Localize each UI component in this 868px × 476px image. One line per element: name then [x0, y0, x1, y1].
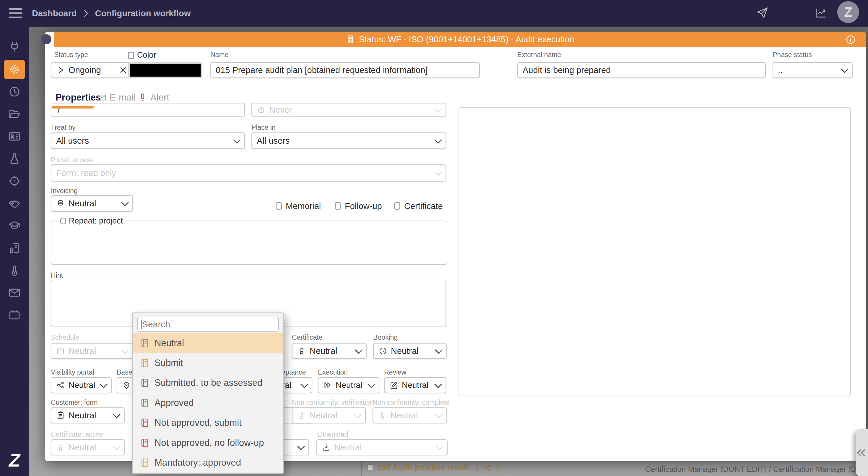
chevron-down-icon: [233, 136, 241, 143]
download-select[interactable]: Neutral: [316, 439, 447, 455]
settings-icon: [8, 63, 21, 76]
dialog-drag-handle[interactable]: [41, 34, 52, 44]
certificate-icon: [8, 242, 21, 255]
repeat-project-checkbox[interactable]: [60, 217, 66, 225]
certificate-select[interactable]: Neutral: [292, 343, 367, 359]
schedule-select: Neutral: [51, 343, 133, 359]
graduation-cap-icon: [8, 219, 21, 232]
color-swatch[interactable]: [128, 62, 203, 78]
book-icon: [140, 418, 150, 428]
sidebar-item-handshake[interactable]: [0, 194, 29, 213]
certificate-checkbox[interactable]: [394, 202, 400, 210]
phase-status-select[interactable]: ..: [773, 62, 852, 78]
chevron-down-icon: [434, 381, 442, 388]
visibility-portal-select[interactable]: Neutral: [51, 377, 112, 393]
book-icon: [140, 458, 150, 468]
sidebar-item-thermometer[interactable]: [0, 261, 29, 280]
name-label: Name: [210, 51, 228, 59]
clear-icon[interactable]: [119, 66, 128, 75]
chevron-down-icon: [434, 105, 442, 112]
booking-select[interactable]: Neutral: [373, 343, 447, 359]
background-divider: [361, 461, 362, 476]
book-status-icon: [140, 338, 150, 348]
dropdown-option[interactable]: Not approved, submit: [133, 413, 283, 433]
status-type-field[interactable]: Ongoing: [51, 62, 133, 78]
avatar[interactable]: Z: [837, 1, 859, 23]
memorial-checkbox[interactable]: [276, 202, 282, 210]
sidebar-item-contact-card[interactable]: [0, 126, 29, 146]
followup-checkbox[interactable]: [335, 202, 341, 210]
dropdown-option[interactable]: Approved: [133, 393, 283, 413]
dropdown-option[interactable]: Submit: [133, 353, 283, 373]
sidebar-item-planning[interactable]: [0, 305, 29, 325]
sidebar-item-mail[interactable]: [0, 283, 29, 302]
tab-email[interactable]: E-mail: [97, 92, 135, 103]
execution-select[interactable]: Neutral: [318, 377, 379, 393]
edit-icon: [390, 381, 398, 390]
certificate-checkbox-label: Certificate: [404, 201, 443, 211]
checkbox: [367, 464, 373, 471]
hint-label: Hint: [51, 271, 63, 279]
chevron-down-icon: [121, 199, 128, 206]
review-select[interactable]: Neutral: [384, 377, 446, 393]
place-in-label: Place in: [251, 124, 276, 131]
external-name-input[interactable]: [517, 62, 766, 78]
fast-forward-icon: [323, 381, 332, 390]
mail-icon: [97, 93, 107, 102]
power-plug-icon: [8, 40, 21, 54]
color-checkbox[interactable]: [128, 52, 134, 59]
folder-icon: [8, 108, 21, 121]
status-icon: [346, 35, 355, 44]
chevron-down-icon: [301, 381, 308, 388]
info-icon[interactable]: [845, 35, 856, 44]
execution-label: Execution: [318, 368, 348, 376]
chevron-down-icon: [100, 381, 107, 388]
cut-number-input[interactable]: 7: [51, 103, 245, 117]
certificate-field-label: Certificate: [292, 333, 322, 341]
nc-verification-select: Neutral: [292, 408, 366, 423]
dropdown-option[interactable]: Mandatory: approved: [133, 453, 283, 472]
breadcrumb-dashboard[interactable]: Dashboard: [32, 8, 76, 18]
book-status-icon: [140, 358, 150, 368]
history-icon: [8, 85, 21, 98]
mail-icon: [8, 286, 21, 299]
sidebar-item-settings[interactable]: [4, 60, 25, 79]
dropdown-option[interactable]: Neutral: [133, 333, 283, 353]
text-caret: [141, 320, 142, 329]
chart-icon[interactable]: [814, 6, 827, 20]
sidebar-item-power-plug[interactable]: [0, 37, 29, 57]
dropdown-option[interactable]: Not approved, no follow-up: [133, 433, 283, 453]
tab-alert[interactable]: Alert: [138, 92, 169, 103]
hamburger-menu-icon[interactable]: [9, 8, 23, 18]
repeat-project-legend: Repeat: project: [57, 216, 126, 226]
tab-properties[interactable]: Properties: [56, 92, 101, 103]
treat-by-select[interactable]: All users: [51, 132, 245, 149]
sidebar-item-history[interactable]: [0, 82, 29, 101]
review-label: Review: [384, 368, 406, 376]
collapse-panel-button[interactable]: [856, 429, 868, 476]
sidebar-item-target[interactable]: [0, 171, 29, 191]
repeat-icon: [257, 105, 266, 114]
sidebar-item-certificate[interactable]: [0, 238, 29, 258]
background-manager-text: Certification Manager (DONT EDIT) / Cert…: [645, 465, 859, 474]
send-icon[interactable]: [756, 6, 769, 20]
dialog-title-bar[interactable]: Status: WF - ISO (9001+14001+13485) - Au…: [54, 32, 866, 47]
customer-form-select[interactable]: Neutral: [51, 408, 125, 423]
chevron-down-icon: [435, 346, 442, 354]
chevron-down-icon: [113, 411, 120, 418]
dropdown-option[interactable]: Submitted, to be assessed: [133, 373, 283, 393]
sidebar-item-folder[interactable]: [0, 105, 29, 124]
search-input[interactable]: [137, 317, 279, 332]
invoicing-select[interactable]: Neutral: [51, 195, 133, 212]
book-icon: [140, 398, 150, 408]
medal-icon: [56, 443, 65, 452]
page-scrollbar[interactable]: [866, 27, 868, 476]
portal-access-select: Form: read only: [51, 165, 446, 181]
share-icon: [484, 464, 491, 472]
sidebar-item-graduation-cap[interactable]: [0, 216, 29, 235]
coins-icon: [56, 199, 65, 208]
sidebar-item-lab-flask[interactable]: [0, 149, 29, 169]
place-in-select[interactable]: All users: [251, 132, 446, 149]
name-input[interactable]: [210, 62, 480, 78]
document-icon: [472, 464, 480, 472]
